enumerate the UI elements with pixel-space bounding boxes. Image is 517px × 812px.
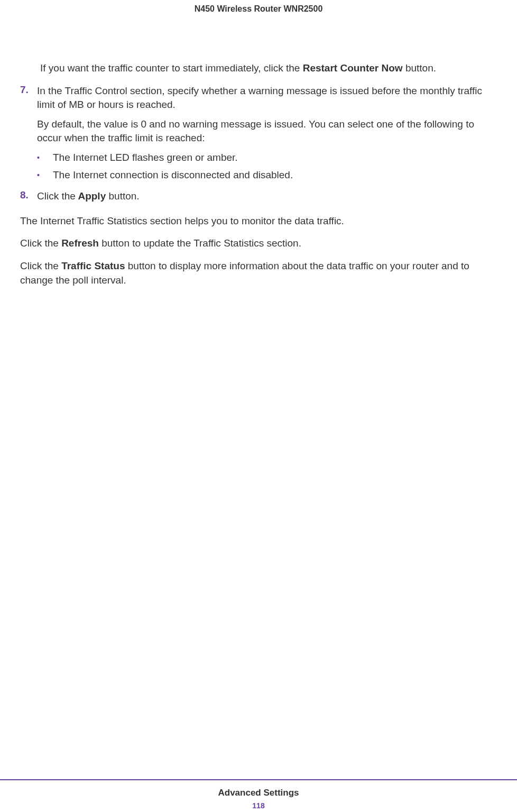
intro-paragraph: If you want the traffic counter to start… xyxy=(40,61,497,76)
bullet-item-2: • The Internet connection is disconnecte… xyxy=(37,168,497,183)
bullet-icon: • xyxy=(37,151,53,165)
intro-text-before: If you want the traffic counter to start… xyxy=(40,62,303,74)
traffic-status-paragraph: Click the Traffic Status button to displ… xyxy=(20,259,497,287)
footer-divider xyxy=(0,779,517,780)
bullet-icon: • xyxy=(37,168,53,183)
step-7-p1: In the Traffic Control section, specify … xyxy=(37,84,497,112)
bullet-2-text: The Internet connection is disconnected … xyxy=(53,168,293,183)
stats-paragraph: The Internet Traffic Statistics section … xyxy=(20,214,497,229)
step-8: 8. Click the Apply button. xyxy=(20,189,497,210)
step-7: 7. In the Traffic Control section, speci… xyxy=(20,84,497,186)
refresh-after: button to update the Traffic Statistics … xyxy=(99,238,301,249)
step-7-number: 7. xyxy=(20,84,37,186)
step-8-body: Click the Apply button. xyxy=(37,189,497,210)
step-7-body: In the Traffic Control section, specify … xyxy=(37,84,497,186)
step-7-p1-a: In the xyxy=(37,85,62,96)
restart-counter-now-label: Restart Counter Now xyxy=(303,62,403,74)
refresh-paragraph: Click the Refresh button to update the T… xyxy=(20,236,497,251)
page-footer: Advanced Settings 118 xyxy=(0,779,517,812)
refresh-before: Click the xyxy=(20,238,61,249)
step-7-p2: By default, the value is 0 and no warnin… xyxy=(37,117,497,145)
apply-label: Apply xyxy=(76,190,106,202)
footer-section-title: Advanced Settings xyxy=(0,788,517,798)
intro-text-after: button. xyxy=(403,62,436,74)
step-8-after: button. xyxy=(106,190,139,202)
step-8-text: Click the Apply button. xyxy=(37,189,497,204)
step-7-p1-b: Traffic Control section, specify whether… xyxy=(37,85,482,111)
step-8-number: 8. xyxy=(20,189,37,210)
page-header: N450 Wireless Router WNR2500 xyxy=(0,0,517,14)
bullet-item-1: • The Internet LED flashes green or ambe… xyxy=(37,151,497,165)
traffic-status-label: Traffic Status xyxy=(61,260,125,271)
bullet-1-text: The Internet LED flashes green or amber. xyxy=(53,151,238,165)
footer-page-number: 118 xyxy=(0,801,517,812)
status-before: Click the xyxy=(20,260,61,271)
step-8-before: Click the xyxy=(37,190,76,202)
page-content: If you want the traffic counter to start… xyxy=(0,14,517,287)
refresh-label: Refresh xyxy=(61,238,99,249)
header-title: N450 Wireless Router WNR2500 xyxy=(195,4,323,13)
